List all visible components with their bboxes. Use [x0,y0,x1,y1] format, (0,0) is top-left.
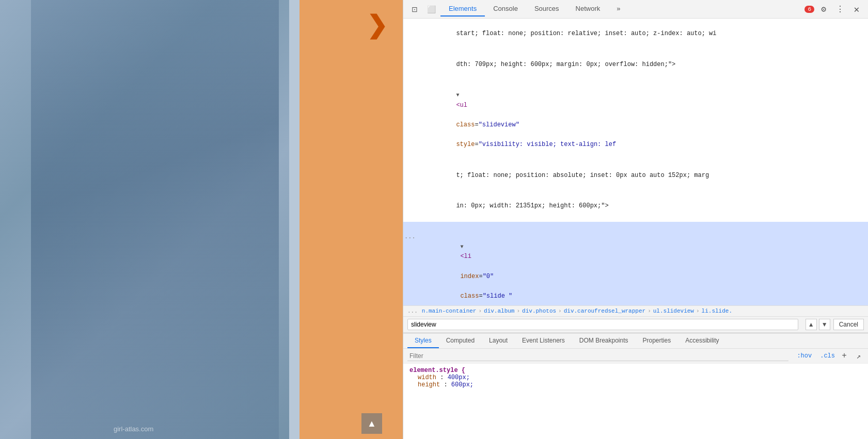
tab-more[interactable]: » [608,2,628,17]
css-value-height[interactable]: 600px; [451,381,474,388]
breadcrumb-slideview[interactable]: ul.slideview [653,308,694,314]
css-value-width[interactable]: 400px; [448,374,470,381]
styles-panel: element.style { width : 400px; height : … [403,364,868,439]
tab-dom-breakpoints[interactable]: DOM Breakpoints [572,334,636,348]
watermark: girl-atlas.com [114,425,153,433]
filter-bar: ▲ ▼ Cancel [403,317,868,333]
css-prop-height[interactable]: height : 600px; [409,381,862,388]
orange-panel [299,0,403,439]
close-devtools-button[interactable]: ✕ [849,2,864,17]
tab-styles[interactable]: Styles [407,334,439,348]
dom-line-li0[interactable]: ... ▼ <li index="0" class="slide " style… [403,222,868,305]
breadcrumb-bar: ... n.main-container › div.album › div.p… [403,305,868,317]
more-options-button[interactable]: ⋮ [833,2,847,17]
new-style-rule-button[interactable]: ↗ [854,351,864,361]
filter-nav-buttons: ▲ ▼ [806,319,830,330]
inspect-element-button[interactable]: ⊡ [407,2,422,17]
breadcrumb-main-container[interactable]: n.main-container [422,308,477,314]
breadcrumb-photos[interactable]: div.photos [522,308,556,314]
devtools-panel: ⊡ ⬜ Elements Console Sources Network » 6… [403,0,868,439]
tab-elements[interactable]: Elements [440,2,485,17]
breadcrumb-album[interactable]: div.album [484,308,514,314]
breadcrumb-dots: ... [407,308,418,314]
bottom-styles-section: Styles Computed Layout Event Listeners D… [403,333,868,439]
webpage-area: ❯ girl-atlas.com ▲ [0,0,403,439]
tab-network[interactable]: Network [567,2,609,17]
devtools-top-tabs: Elements Console Sources Network » [440,2,629,17]
tab-event-listeners[interactable]: Event Listeners [515,334,572,348]
css-prop-width[interactable]: width : 400px; [409,374,862,381]
bottom-tabs: Styles Computed Layout Event Listeners D… [403,333,868,349]
error-badge: 6 [804,6,814,13]
dom-section: start; float: none; position: relative; … [403,19,868,333]
css-property-width: width [418,374,436,381]
device-toggle-button[interactable]: ⬜ [424,2,438,17]
dom-line-ul2: t; float: none; position: absolute; inse… [403,160,868,191]
devtools-split: start; float: none; position: relative; … [403,19,868,439]
tab-accessibility[interactable]: Accessibility [678,334,726,348]
hov-button[interactable]: :hov [797,352,812,360]
cls-button[interactable]: .cls [820,352,835,360]
filter-prev-button[interactable]: ▲ [806,319,817,330]
next-arrow[interactable]: ❯ [367,10,387,39]
breadcrumb-slide[interactable]: li.slide. [702,308,732,314]
css-property-height: height [418,381,440,388]
tab-properties[interactable]: Properties [636,334,678,348]
devtools-toolbar: ⊡ ⬜ Elements Console Sources Network » 6… [403,0,868,19]
css-selector-line: element.style { [409,367,862,374]
dom-line-ul3: in: 0px; width: 21351px; height: 600px;"… [403,191,868,222]
scroll-up-button[interactable]: ▲ [361,413,382,434]
dom-scroll-area: start; float: none; position: relative; … [403,19,868,305]
tab-computed[interactable]: Computed [439,334,482,348]
add-style-button[interactable]: + [839,351,849,361]
settings-button[interactable]: ⚙ [816,2,831,17]
tab-console[interactable]: Console [485,2,526,17]
dom-line-truncated1: start; float: none; position: relative; … [403,19,868,50]
tab-layout[interactable]: Layout [482,334,515,348]
dom-line-truncated2: dth: 709px; height: 600px; margin: 0px; … [403,50,868,80]
styles-filter-input[interactable] [407,351,788,361]
filter-next-button[interactable]: ▼ [819,319,830,330]
filter-cancel-button[interactable]: Cancel [833,319,864,330]
tab-sources[interactable]: Sources [526,2,567,17]
dom-scroll-inner[interactable]: start; float: none; position: relative; … [403,19,868,305]
styles-filter-bar: :hov .cls + ↗ [403,349,868,364]
dom-line-ul: ▼ <ul class="slideview" style="visibilit… [403,80,868,160]
css-element-style-rule: element.style { width : 400px; height : … [409,367,862,388]
css-selector: element.style { [409,367,465,374]
breadcrumb-caroufredsel[interactable]: div.caroufredsel_wrapper [564,308,645,314]
dom-search-input[interactable] [407,319,798,330]
